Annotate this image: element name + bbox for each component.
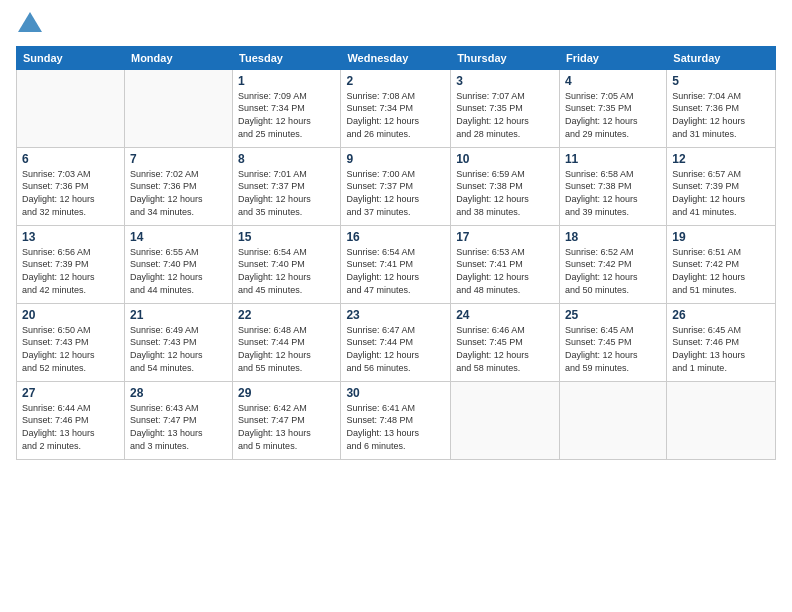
calendar-week-row: 20Sunrise: 6:50 AM Sunset: 7:43 PM Dayli…: [17, 303, 776, 381]
day-info: Sunrise: 6:54 AM Sunset: 7:40 PM Dayligh…: [238, 246, 335, 296]
day-number: 27: [22, 386, 119, 400]
calendar-cell: 4Sunrise: 7:05 AM Sunset: 7:35 PM Daylig…: [559, 69, 666, 147]
day-info: Sunrise: 7:07 AM Sunset: 7:35 PM Dayligh…: [456, 90, 554, 140]
day-info: Sunrise: 7:01 AM Sunset: 7:37 PM Dayligh…: [238, 168, 335, 218]
day-info: Sunrise: 6:57 AM Sunset: 7:39 PM Dayligh…: [672, 168, 770, 218]
calendar-cell: 11Sunrise: 6:58 AM Sunset: 7:38 PM Dayli…: [559, 147, 666, 225]
calendar-cell: 13Sunrise: 6:56 AM Sunset: 7:39 PM Dayli…: [17, 225, 125, 303]
day-number: 13: [22, 230, 119, 244]
calendar-cell: 20Sunrise: 6:50 AM Sunset: 7:43 PM Dayli…: [17, 303, 125, 381]
day-number: 10: [456, 152, 554, 166]
day-number: 28: [130, 386, 227, 400]
calendar-cell: 2Sunrise: 7:08 AM Sunset: 7:34 PM Daylig…: [341, 69, 451, 147]
day-number: 20: [22, 308, 119, 322]
day-info: Sunrise: 6:46 AM Sunset: 7:45 PM Dayligh…: [456, 324, 554, 374]
calendar-cell: 9Sunrise: 7:00 AM Sunset: 7:37 PM Daylig…: [341, 147, 451, 225]
calendar-cell: 1Sunrise: 7:09 AM Sunset: 7:34 PM Daylig…: [233, 69, 341, 147]
weekday-header: Saturday: [667, 46, 776, 69]
day-number: 22: [238, 308, 335, 322]
day-info: Sunrise: 7:00 AM Sunset: 7:37 PM Dayligh…: [346, 168, 445, 218]
day-number: 2: [346, 74, 445, 88]
calendar-cell: 22Sunrise: 6:48 AM Sunset: 7:44 PM Dayli…: [233, 303, 341, 381]
calendar-cell: 14Sunrise: 6:55 AM Sunset: 7:40 PM Dayli…: [124, 225, 232, 303]
calendar-table: SundayMondayTuesdayWednesdayThursdayFrid…: [16, 46, 776, 460]
weekday-header: Monday: [124, 46, 232, 69]
day-info: Sunrise: 6:41 AM Sunset: 7:48 PM Dayligh…: [346, 402, 445, 452]
day-number: 7: [130, 152, 227, 166]
day-number: 8: [238, 152, 335, 166]
day-info: Sunrise: 7:02 AM Sunset: 7:36 PM Dayligh…: [130, 168, 227, 218]
day-info: Sunrise: 6:50 AM Sunset: 7:43 PM Dayligh…: [22, 324, 119, 374]
day-number: 25: [565, 308, 661, 322]
calendar-cell: 23Sunrise: 6:47 AM Sunset: 7:44 PM Dayli…: [341, 303, 451, 381]
day-info: Sunrise: 6:52 AM Sunset: 7:42 PM Dayligh…: [565, 246, 661, 296]
weekday-header-row: SundayMondayTuesdayWednesdayThursdayFrid…: [17, 46, 776, 69]
day-info: Sunrise: 7:03 AM Sunset: 7:36 PM Dayligh…: [22, 168, 119, 218]
day-info: Sunrise: 6:45 AM Sunset: 7:45 PM Dayligh…: [565, 324, 661, 374]
calendar-week-row: 13Sunrise: 6:56 AM Sunset: 7:39 PM Dayli…: [17, 225, 776, 303]
svg-marker-0: [18, 12, 42, 32]
day-info: Sunrise: 6:58 AM Sunset: 7:38 PM Dayligh…: [565, 168, 661, 218]
day-info: Sunrise: 6:54 AM Sunset: 7:41 PM Dayligh…: [346, 246, 445, 296]
day-number: 14: [130, 230, 227, 244]
calendar-cell: 28Sunrise: 6:43 AM Sunset: 7:47 PM Dayli…: [124, 381, 232, 459]
weekday-header: Sunday: [17, 46, 125, 69]
calendar-cell: 29Sunrise: 6:42 AM Sunset: 7:47 PM Dayli…: [233, 381, 341, 459]
day-info: Sunrise: 6:42 AM Sunset: 7:47 PM Dayligh…: [238, 402, 335, 452]
day-info: Sunrise: 6:48 AM Sunset: 7:44 PM Dayligh…: [238, 324, 335, 374]
calendar-cell: [559, 381, 666, 459]
day-number: 4: [565, 74, 661, 88]
calendar-cell: 21Sunrise: 6:49 AM Sunset: 7:43 PM Dayli…: [124, 303, 232, 381]
day-number: 26: [672, 308, 770, 322]
day-number: 5: [672, 74, 770, 88]
day-number: 6: [22, 152, 119, 166]
day-info: Sunrise: 7:09 AM Sunset: 7:34 PM Dayligh…: [238, 90, 335, 140]
day-number: 19: [672, 230, 770, 244]
day-number: 17: [456, 230, 554, 244]
day-number: 12: [672, 152, 770, 166]
day-info: Sunrise: 6:49 AM Sunset: 7:43 PM Dayligh…: [130, 324, 227, 374]
calendar-cell: 27Sunrise: 6:44 AM Sunset: 7:46 PM Dayli…: [17, 381, 125, 459]
weekday-header: Thursday: [451, 46, 560, 69]
day-number: 29: [238, 386, 335, 400]
weekday-header: Wednesday: [341, 46, 451, 69]
day-number: 3: [456, 74, 554, 88]
calendar-cell: 7Sunrise: 7:02 AM Sunset: 7:36 PM Daylig…: [124, 147, 232, 225]
header: [16, 16, 776, 36]
calendar-week-row: 1Sunrise: 7:09 AM Sunset: 7:34 PM Daylig…: [17, 69, 776, 147]
page-container: SundayMondayTuesdayWednesdayThursdayFrid…: [0, 0, 792, 612]
calendar-cell: 19Sunrise: 6:51 AM Sunset: 7:42 PM Dayli…: [667, 225, 776, 303]
day-number: 21: [130, 308, 227, 322]
calendar-cell: 10Sunrise: 6:59 AM Sunset: 7:38 PM Dayli…: [451, 147, 560, 225]
weekday-header: Friday: [559, 46, 666, 69]
calendar-cell: 17Sunrise: 6:53 AM Sunset: 7:41 PM Dayli…: [451, 225, 560, 303]
calendar-cell: 30Sunrise: 6:41 AM Sunset: 7:48 PM Dayli…: [341, 381, 451, 459]
day-info: Sunrise: 6:55 AM Sunset: 7:40 PM Dayligh…: [130, 246, 227, 296]
calendar-cell: [667, 381, 776, 459]
day-number: 11: [565, 152, 661, 166]
calendar-cell: [17, 69, 125, 147]
day-info: Sunrise: 6:44 AM Sunset: 7:46 PM Dayligh…: [22, 402, 119, 452]
day-info: Sunrise: 6:45 AM Sunset: 7:46 PM Dayligh…: [672, 324, 770, 374]
day-info: Sunrise: 7:05 AM Sunset: 7:35 PM Dayligh…: [565, 90, 661, 140]
calendar-cell: 8Sunrise: 7:01 AM Sunset: 7:37 PM Daylig…: [233, 147, 341, 225]
day-number: 9: [346, 152, 445, 166]
day-info: Sunrise: 6:59 AM Sunset: 7:38 PM Dayligh…: [456, 168, 554, 218]
logo: [16, 16, 42, 36]
calendar-cell: 16Sunrise: 6:54 AM Sunset: 7:41 PM Dayli…: [341, 225, 451, 303]
day-info: Sunrise: 6:56 AM Sunset: 7:39 PM Dayligh…: [22, 246, 119, 296]
day-info: Sunrise: 6:53 AM Sunset: 7:41 PM Dayligh…: [456, 246, 554, 296]
calendar-cell: 26Sunrise: 6:45 AM Sunset: 7:46 PM Dayli…: [667, 303, 776, 381]
calendar-cell: 6Sunrise: 7:03 AM Sunset: 7:36 PM Daylig…: [17, 147, 125, 225]
day-number: 18: [565, 230, 661, 244]
day-info: Sunrise: 6:47 AM Sunset: 7:44 PM Dayligh…: [346, 324, 445, 374]
calendar-cell: 3Sunrise: 7:07 AM Sunset: 7:35 PM Daylig…: [451, 69, 560, 147]
day-number: 24: [456, 308, 554, 322]
day-info: Sunrise: 7:08 AM Sunset: 7:34 PM Dayligh…: [346, 90, 445, 140]
calendar-cell: 25Sunrise: 6:45 AM Sunset: 7:45 PM Dayli…: [559, 303, 666, 381]
day-number: 15: [238, 230, 335, 244]
calendar-cell: 15Sunrise: 6:54 AM Sunset: 7:40 PM Dayli…: [233, 225, 341, 303]
calendar-cell: [451, 381, 560, 459]
weekday-header: Tuesday: [233, 46, 341, 69]
day-info: Sunrise: 7:04 AM Sunset: 7:36 PM Dayligh…: [672, 90, 770, 140]
